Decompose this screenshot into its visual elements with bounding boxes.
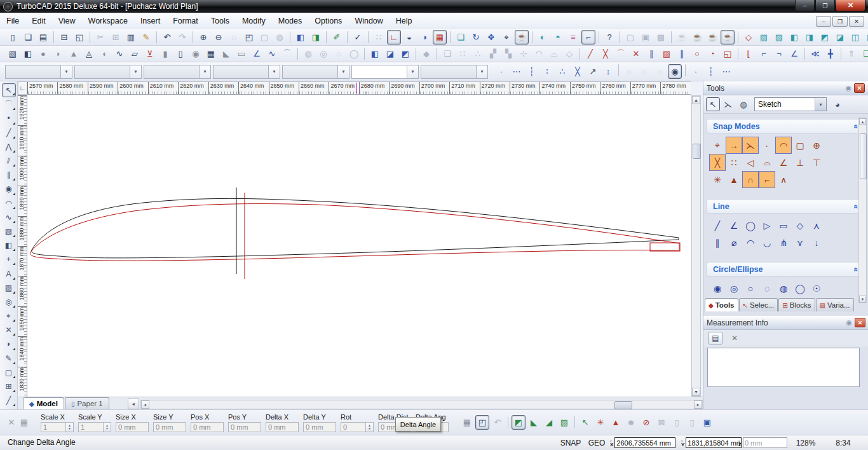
line-irregular-polygon-icon[interactable]: ▷ (759, 217, 775, 234)
snap-nearest-entity-icon[interactable]: ◁ (742, 154, 759, 171)
solid-tool-icon[interactable]: ◧ (2, 238, 16, 252)
zoom-printed-size-icon[interactable]: ◍ (273, 30, 287, 44)
group-icon[interactable]: ▢ (623, 30, 637, 44)
erase-tool-icon[interactable]: ✕ (2, 323, 16, 337)
x-box-icon[interactable]: ⊠ (654, 415, 668, 430)
render-hidden-line-icon[interactable]: ☕ (690, 30, 704, 44)
vertical-scrollbar[interactable]: ▲ ▼ (691, 95, 701, 397)
spray-icon[interactable]: ✳ (593, 415, 607, 430)
cut-icon[interactable]: ✂ (93, 30, 107, 44)
palette-scrollbar[interactable]: ▲ ▼ (858, 118, 867, 303)
vector-arrow-2-icon[interactable]: ↕ (601, 64, 615, 79)
view-back-icon[interactable]: ▨ (772, 30, 786, 44)
palette-tab[interactable]: ↖ Selec... (739, 298, 778, 311)
pin-icon[interactable]: ◉ (845, 84, 851, 92)
selector-2d-icon[interactable]: ◩ (512, 415, 526, 430)
box-3d-tool-icon[interactable]: ▧ (2, 224, 16, 238)
mdi-close-button[interactable]: ✕ (849, 16, 864, 27)
combo-arrow-icon[interactable]: ▾ (337, 65, 349, 78)
line-multiline-icon[interactable]: ∠ (726, 217, 742, 234)
point-mode-3-icon[interactable]: ⋯ (719, 64, 733, 79)
disc-icon[interactable]: ◉ (189, 46, 203, 61)
move-tool-icon[interactable]: + (2, 252, 16, 266)
field-input[interactable]: 0 mm ▲▼ (228, 422, 261, 432)
color-bars-icon[interactable]: ≡ (566, 30, 580, 44)
field-input[interactable]: 0 mm ▲▼ (191, 422, 224, 432)
facet-edit-icon[interactable]: ◌ (332, 46, 346, 61)
field-input[interactable]: 1 ▲▼ (41, 422, 74, 432)
zoom-window-icon[interactable]: ▢ (257, 30, 271, 44)
field-input[interactable]: 1 ▲▼ (78, 422, 111, 432)
measure-close-icon[interactable]: ✕ (728, 332, 742, 344)
line-single-icon[interactable]: ╱ (709, 217, 726, 234)
arc-tool-icon[interactable]: ◠ (2, 196, 16, 210)
measurement-close-icon[interactable]: ✕ (855, 318, 865, 327)
open-icon[interactable]: ❏ (21, 30, 35, 44)
hemisphere-icon[interactable]: ◗ (51, 46, 65, 61)
tab-scroll-left-icon[interactable]: ◂ (128, 399, 139, 409)
clipboard-send-icon[interactable]: ⇑ (844, 46, 858, 61)
menu-item[interactable]: Workspace (82, 13, 134, 29)
snap-apparent-icon[interactable]: ▲ (726, 171, 742, 188)
y-coordinate-field[interactable]: 1831,815804 mm (686, 437, 742, 448)
line-section-header[interactable]: Line « (707, 199, 865, 214)
format-painter-icon[interactable]: ✎ (139, 30, 153, 44)
palette-tab[interactable]: ◆ Tools (705, 298, 738, 311)
combo-arrow-icon[interactable]: ▾ (199, 65, 210, 78)
menu-item[interactable]: Modify (236, 13, 272, 29)
walk-through-icon[interactable]: ✥ (484, 30, 498, 44)
z-coordinate-field[interactable]: 0 mm (743, 437, 787, 448)
compass-icon[interactable]: ◉ (668, 64, 682, 79)
box-b-icon[interactable]: ▯ (685, 415, 699, 430)
node-edit-icon[interactable]: ¬ (772, 46, 786, 61)
circle-tangent-line-icon[interactable]: ◍ (775, 280, 792, 297)
line-parallel-icon[interactable]: ∥ (709, 234, 726, 251)
cone-icon[interactable]: ▲ (67, 46, 81, 61)
zoom-previous-icon[interactable]: ◌ (227, 30, 241, 44)
print-icon[interactable]: ⊟ (57, 30, 71, 44)
line-perpendicular-to-arc-icon[interactable]: ⋔ (775, 234, 792, 251)
pen-width-combo[interactable]: ▾ (74, 65, 142, 79)
snap-tangent-icon[interactable]: ∠ (775, 154, 792, 171)
box-icon[interactable]: ▧ (6, 46, 20, 61)
text-style-combo[interactable]: ▾ (282, 65, 349, 79)
inspector-close-icon[interactable]: ✕ (5, 416, 18, 429)
new-icon[interactable]: ▯ (6, 30, 20, 44)
torus-icon[interactable]: ◬ (82, 46, 96, 61)
combo-arrow-icon[interactable]: ▾ (407, 65, 418, 78)
selection-mouse-icon[interactable]: ◒ (402, 30, 416, 44)
menu-item[interactable]: Options (308, 13, 348, 29)
menu-item[interactable]: Insert (134, 13, 166, 29)
segment-edit-icon[interactable]: ∠ (787, 46, 801, 61)
multiple-intersect-icon[interactable]: ≪ (808, 46, 822, 61)
offset-array-icon[interactable]: ▚ (501, 46, 515, 61)
lamp-icon[interactable]: ⊻ (143, 46, 157, 61)
scroll-up-icon[interactable]: ▲ (859, 118, 866, 125)
snap-radial-icon[interactable]: ✳ (709, 171, 726, 188)
coord-fields-icon[interactable]: ▦ (460, 415, 474, 430)
snap-vertex-icon[interactable]: → (726, 137, 742, 154)
multi-trim-icon[interactable]: ∥ (644, 46, 658, 61)
palette-globe-icon[interactable]: ◍ (736, 97, 750, 111)
line-rotated-rectangle-icon[interactable]: ◇ (792, 217, 808, 234)
circle-tangent-2-entities-icon[interactable]: ◯ (792, 280, 808, 297)
layer-combo[interactable]: ▾ (351, 65, 419, 79)
chamfer-3d-icon[interactable]: ◆ (419, 46, 433, 61)
ungroup-icon[interactable]: ▣ (639, 30, 653, 44)
bowl-icon[interactable]: ◖ (97, 46, 111, 61)
circle-section-header[interactable]: Circle/Ellipse « (707, 262, 865, 276)
combo-arrow-icon[interactable]: ▾ (815, 98, 826, 111)
lighting-icon[interactable]: ◑ (417, 30, 431, 44)
snap-divide-icon[interactable]: ⊤ (808, 154, 825, 171)
circle-edit-icon[interactable]: ○ (690, 46, 704, 61)
open-palette-icon[interactable]: ❏ (454, 30, 468, 44)
vertical-scroll-thumb[interactable] (693, 144, 701, 159)
view-iso-nw-icon[interactable]: ▣ (864, 30, 868, 44)
polyline-3d-icon[interactable]: ∠ (250, 46, 264, 61)
horizontal-scrollbar[interactable]: ◂ ▸ (140, 400, 703, 409)
facet-selector-icon[interactable]: ▨ (557, 415, 571, 430)
center-mark-icon[interactable]: ╋ (824, 46, 837, 61)
palette-select-arrow-icon[interactable]: ↖ (706, 97, 720, 111)
trim-icon[interactable]: ╱ (583, 46, 597, 61)
circle-3-point-icon[interactable]: ◌ (759, 280, 775, 297)
